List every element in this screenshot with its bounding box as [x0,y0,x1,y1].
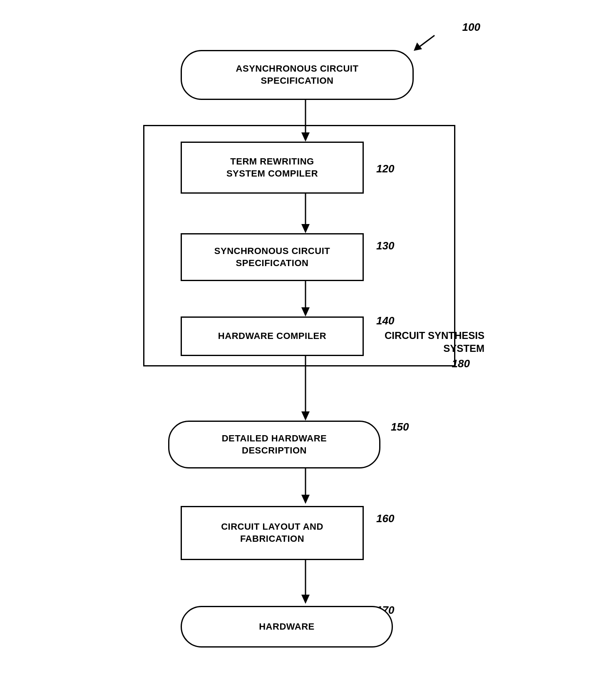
ref-160-label: 160 [376,512,394,525]
hardware-label: HARDWARE [259,621,315,633]
async-spec-label: ASYNCHRONOUS CIRCUITSPECIFICATION [236,63,359,87]
hw-compiler-box: HARDWARE COMPILER [181,316,364,356]
svg-marker-11 [301,595,310,604]
ref-120-label: 120 [376,162,394,175]
async-spec-box: ASYNCHRONOUS CIRCUITSPECIFICATION [181,50,414,100]
ref-140-label: 140 [376,314,394,327]
trs-compiler-box: TERM REWRITINGSYSTEM COMPILER [181,142,364,194]
ref-150-label: 150 [391,421,409,433]
diagram-container: 100 110 ASYNCHRONOUS CIRCUITSPECIFICATIO… [118,12,493,687]
svg-marker-7 [301,411,310,421]
circuit-layout-label: CIRCUIT LAYOUT ANDFABRICATION [221,521,323,545]
ref-130-label: 130 [376,239,394,252]
sync-spec-label: SYNCHRONOUS CIRCUITSPECIFICATION [214,245,330,269]
ref-180-label: 180 [452,357,470,370]
ref-100-label: 100 [462,21,480,34]
svg-marker-9 [301,495,310,504]
svg-marker-13 [414,42,422,51]
trs-compiler-label: TERM REWRITINGSYSTEM COMPILER [226,156,318,179]
svg-line-12 [418,35,435,48]
circuit-layout-box: CIRCUIT LAYOUT ANDFABRICATION [181,506,364,560]
sync-spec-box: SYNCHRONOUS CIRCUITSPECIFICATION [181,233,364,281]
hw-description-box: DETAILED HARDWAREDESCRIPTION [168,421,380,468]
hw-compiler-label: HARDWARE COMPILER [218,330,326,342]
hardware-box: HARDWARE [181,606,393,648]
circuit-synthesis-label: CIRCUIT SYNTHESISSYSTEM [385,329,484,355]
hw-description-label: DETAILED HARDWAREDESCRIPTION [222,433,327,456]
